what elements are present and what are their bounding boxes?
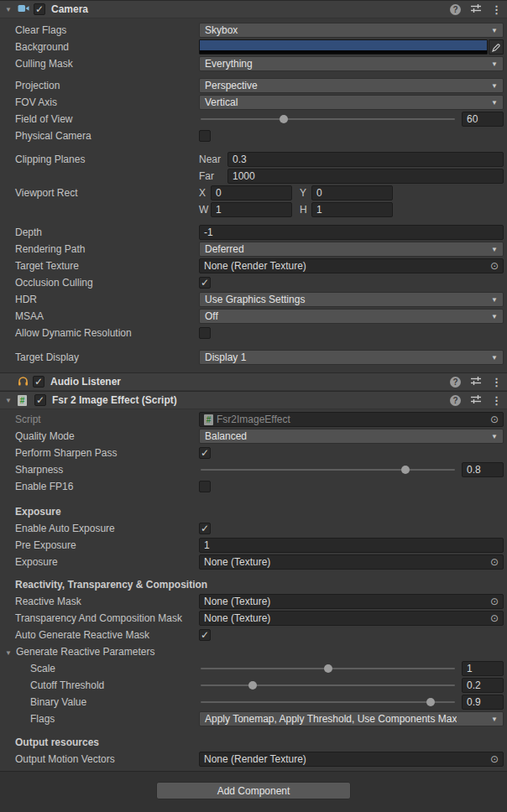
- row-projection: Projection Perspective ▼: [0, 77, 507, 94]
- depth-input[interactable]: -1: [199, 225, 504, 240]
- row-viewport-xy: Viewport Rect X 0 Y 0: [0, 185, 507, 201]
- fsr2-component-header[interactable]: ▼ # Fsr 2 Image Effect (Script) ? ⋮: [0, 391, 507, 409]
- perform-sharpen-pass-checkbox[interactable]: [199, 447, 211, 459]
- viewport-w-input[interactable]: 1: [211, 202, 292, 217]
- section-reactivity: Reactivity, Transparency & Composition: [0, 576, 507, 593]
- row-exposure: Exposure None (Texture) ⊙: [0, 554, 507, 570]
- foldout-arrow-icon[interactable]: ▼: [5, 649, 16, 657]
- add-component-button[interactable]: Add Component: [156, 782, 351, 799]
- physical-camera-label: Physical Camera: [0, 130, 199, 142]
- foldout-arrow-icon[interactable]: ▼: [3, 6, 13, 13]
- presets-icon[interactable]: [471, 376, 481, 388]
- enable-fp16-checkbox[interactable]: [199, 481, 211, 492]
- audio-listener-component-header[interactable]: ▼ Audio Listener ? ⋮: [0, 372, 507, 391]
- scale-input[interactable]: 1: [462, 661, 504, 676]
- cutoff-threshold-slider[interactable]: [199, 678, 457, 693]
- object-picker-icon[interactable]: ⊙: [490, 612, 499, 624]
- output-motion-vectors-value: None (Render Texture): [204, 753, 306, 765]
- quality-mode-dropdown[interactable]: Balanced ▼: [199, 429, 504, 444]
- scale-label: Scale: [0, 663, 199, 674]
- object-picker-icon[interactable]: ⊙: [490, 556, 499, 568]
- cutoff-threshold-input[interactable]: 0.2: [462, 678, 504, 693]
- kebab-menu-icon[interactable]: ⋮: [491, 4, 502, 15]
- row-occlusion-culling: Occlusion Culling: [0, 274, 507, 291]
- far-label: Far: [199, 170, 227, 182]
- clear-flags-dropdown[interactable]: Skybox ▼: [199, 23, 504, 38]
- help-icon[interactable]: ?: [450, 395, 461, 406]
- msaa-dropdown[interactable]: Off ▼: [199, 309, 504, 324]
- camera-enabled-checkbox[interactable]: [34, 3, 45, 15]
- viewport-x-input[interactable]: 0: [211, 185, 292, 200]
- y-label: Y: [300, 187, 311, 199]
- flags-dropdown[interactable]: Apply Tonemap, Apply Threshold, Use Comp…: [199, 711, 504, 726]
- sharpness-input[interactable]: 0.8: [462, 462, 504, 477]
- slider-thumb[interactable]: [248, 681, 257, 690]
- row-rendering-path: Rendering Path Deferred ▼: [0, 241, 507, 258]
- flags-label: Flags: [0, 713, 199, 725]
- script-label: Script: [0, 414, 199, 425]
- hdr-dropdown[interactable]: Use Graphics Settings ▼: [199, 292, 504, 307]
- field-of-view-input[interactable]: 60: [462, 112, 504, 127]
- binary-value-input[interactable]: 0.9: [462, 695, 504, 710]
- row-flags: Flags Apply Tonemap, Apply Threshold, Us…: [0, 710, 507, 727]
- occlusion-culling-checkbox[interactable]: [199, 277, 211, 289]
- audio-listener-title: Audio Listener: [50, 376, 121, 388]
- camera-component-header[interactable]: ▼ Camera ? ⋮: [0, 0, 507, 18]
- slider-thumb[interactable]: [426, 698, 435, 706]
- kebab-menu-icon[interactable]: ⋮: [491, 395, 502, 406]
- reactive-mask-value: None (Texture): [204, 596, 270, 607]
- binary-value-slider[interactable]: [199, 695, 457, 710]
- viewport-h-input[interactable]: 1: [311, 202, 393, 217]
- background-color-swatch[interactable]: [199, 39, 488, 55]
- culling-mask-dropdown[interactable]: Everything ▼: [199, 56, 504, 71]
- chevron-down-icon: ▼: [488, 716, 498, 723]
- eyedropper-icon[interactable]: [489, 39, 504, 55]
- script-value: Fsr2ImageEffect: [217, 414, 290, 425]
- rendering-path-dropdown[interactable]: Deferred ▼: [199, 242, 504, 257]
- allow-dynamic-resolution-checkbox[interactable]: [199, 327, 211, 339]
- x-label: X: [199, 187, 211, 199]
- auto-generate-reactive-mask-checkbox[interactable]: [199, 629, 211, 641]
- help-icon[interactable]: ?: [450, 4, 461, 15]
- audio-listener-enabled-checkbox[interactable]: [33, 376, 44, 388]
- script-object-field: # Fsr2ImageEffect ⊙: [199, 412, 504, 427]
- physical-camera-checkbox[interactable]: [199, 130, 211, 142]
- enable-auto-exposure-checkbox[interactable]: [199, 523, 211, 534]
- sharpness-slider[interactable]: [199, 462, 457, 477]
- culling-mask-label: Culling Mask: [0, 58, 199, 70]
- row-quality-mode: Quality Mode Balanced ▼: [0, 428, 507, 445]
- field-of-view-slider[interactable]: [199, 112, 457, 127]
- scale-slider[interactable]: [199, 661, 457, 676]
- object-picker-icon[interactable]: ⊙: [490, 260, 499, 272]
- cutoff-threshold-label: Cutoff Threshold: [0, 679, 199, 691]
- foldout-arrow-icon[interactable]: ▼: [3, 397, 13, 404]
- fov-axis-dropdown[interactable]: Vertical ▼: [199, 95, 504, 110]
- exposure-object-field[interactable]: None (Texture) ⊙: [199, 554, 504, 570]
- near-input[interactable]: 0.3: [227, 152, 504, 167]
- object-picker-icon[interactable]: ⊙: [490, 414, 499, 425]
- chevron-down-icon: ▼: [488, 433, 498, 440]
- fsr2-enabled-checkbox[interactable]: [34, 394, 46, 406]
- reactive-mask-object-field[interactable]: None (Texture) ⊙: [199, 594, 504, 609]
- transparency-mask-object-field[interactable]: None (Texture) ⊙: [199, 611, 504, 626]
- slider-thumb[interactable]: [280, 115, 288, 123]
- object-picker-icon[interactable]: ⊙: [490, 753, 499, 765]
- far-input[interactable]: 1000: [227, 169, 504, 184]
- slider-thumb[interactable]: [401, 466, 410, 474]
- pre-exposure-input[interactable]: 1: [199, 538, 504, 553]
- slider-thumb[interactable]: [324, 664, 332, 673]
- help-icon[interactable]: ?: [450, 377, 461, 388]
- output-motion-vectors-object-field[interactable]: None (Render Texture) ⊙: [199, 752, 504, 767]
- presets-icon[interactable]: [471, 3, 481, 16]
- target-texture-object-field[interactable]: None (Render Texture) ⊙: [199, 258, 504, 273]
- target-display-value: Display 1: [205, 351, 246, 363]
- projection-dropdown[interactable]: Perspective ▼: [199, 78, 504, 93]
- row-depth: Depth -1: [0, 224, 507, 241]
- presets-icon[interactable]: [471, 394, 481, 407]
- target-display-dropdown[interactable]: Display 1 ▼: [199, 350, 504, 365]
- object-picker-icon[interactable]: ⊙: [490, 596, 499, 607]
- inspector-footer: Add Component: [0, 772, 507, 812]
- auto-generate-reactive-mask-label: Auto Generate Reactive Mask: [0, 629, 199, 641]
- kebab-menu-icon[interactable]: ⋮: [491, 377, 502, 388]
- viewport-y-input[interactable]: 0: [311, 185, 393, 200]
